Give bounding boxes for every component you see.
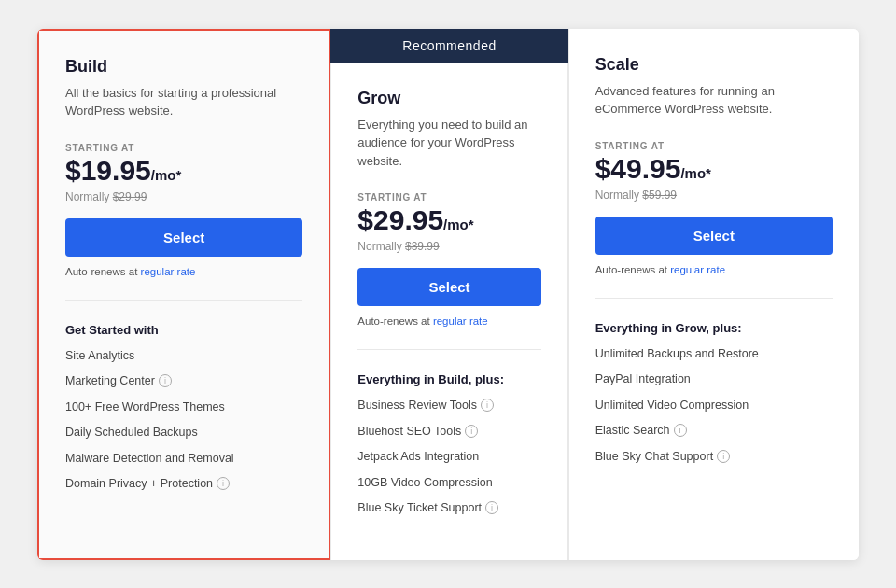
info-icon: i <box>159 374 172 387</box>
select-button-scale[interactable]: Select <box>595 217 833 255</box>
starting-at-grow: STARTING AT <box>357 192 540 203</box>
feature-grow-3: 10GB Video Compression <box>357 475 540 492</box>
auto-renew-grow: Auto-renews at regular rate <box>357 315 540 327</box>
pricing-wrapper: Build All the basics for starting a prof… <box>37 29 859 560</box>
info-icon: i <box>481 399 494 412</box>
plan-name-build: Build <box>65 57 302 77</box>
feature-scale-3: Elastic Search i <box>595 423 833 440</box>
regular-rate-link-scale[interactable]: regular rate <box>670 264 725 275</box>
feature-scale-2: Unlimited Video Compression <box>595 398 833 414</box>
feature-build-2: 100+ Free WordPress Themes <box>65 399 302 416</box>
feature-scale-0: Unlimited Backups and Restore <box>595 346 833 363</box>
plan-desc-scale: Advanced features for running an eCommer… <box>595 82 833 119</box>
plan-card-build: Build All the basics for starting a prof… <box>37 29 330 560</box>
feature-grow-1: Bluehost SEO Tools i <box>357 424 540 441</box>
starting-at-build: STARTING AT <box>65 143 302 153</box>
info-icon: i <box>217 477 230 490</box>
price-suffix-build: /mo* <box>151 167 182 183</box>
select-button-grow[interactable]: Select <box>357 268 540 306</box>
price-normal-build: Normally $29.99 <box>65 190 302 203</box>
plan-name-grow: Grow <box>357 89 540 108</box>
features-heading-grow: Everything in Build, plus: <box>357 372 540 386</box>
price-line-build: $19.95 /mo* <box>65 155 302 187</box>
recommended-badge: Recommended <box>330 29 567 63</box>
starting-at-scale: STARTING AT <box>595 141 833 151</box>
plan-card-scale: Scale Advanced features for running an e… <box>568 29 859 560</box>
price-suffix-grow: /mo* <box>443 217 474 232</box>
plan-wrapper-grow: Recommended Grow Everything you need to … <box>330 29 567 560</box>
plan-name-scale: Scale <box>595 55 833 75</box>
price-amount-scale: $49.95 <box>595 153 681 185</box>
plan-desc-grow: Everything you need to build an audience… <box>357 116 540 171</box>
info-icon: i <box>717 450 730 463</box>
price-suffix-scale: /mo* <box>680 165 711 181</box>
regular-rate-link-build[interactable]: regular rate <box>141 266 196 277</box>
info-icon: i <box>465 425 478 438</box>
feature-scale-1: PayPal Integration <box>595 371 833 388</box>
features-heading-scale: Everything in Grow, plus: <box>595 321 833 335</box>
select-button-build[interactable]: Select <box>65 218 302 257</box>
feature-grow-2: Jetpack Ads Integration <box>357 449 540 466</box>
feature-build-5: Domain Privacy + Protection i <box>65 476 302 493</box>
price-amount-build: $19.95 <box>65 155 151 187</box>
price-normal-scale: Normally $59.99 <box>595 189 833 202</box>
feature-grow-0: Business Review Tools i <box>357 398 540 414</box>
divider-grow <box>357 349 540 350</box>
feature-build-4: Malware Detection and Removal <box>65 451 302 468</box>
feature-build-1: Marketing Center i <box>65 373 302 390</box>
regular-rate-link-grow[interactable]: regular rate <box>433 315 488 327</box>
auto-renew-build: Auto-renews at regular rate <box>65 266 302 277</box>
plan-desc-build: All the basics for starting a profession… <box>65 84 302 120</box>
plan-card-grow: Grow Everything you need to build an aud… <box>330 63 567 560</box>
info-icon: i <box>674 424 687 437</box>
price-line-scale: $49.95 /mo* <box>595 153 833 185</box>
feature-scale-4: Blue Sky Chat Support i <box>595 449 833 466</box>
feature-grow-4: Blue Sky Ticket Support i <box>357 500 540 517</box>
info-icon: i <box>485 501 498 514</box>
features-heading-build: Get Started with <box>65 323 302 337</box>
divider-scale <box>595 298 833 299</box>
divider-build <box>65 300 302 301</box>
price-line-grow: $29.95 /mo* <box>357 204 540 236</box>
feature-build-3: Daily Scheduled Backups <box>65 425 302 441</box>
price-normal-grow: Normally $39.99 <box>357 240 540 253</box>
price-amount-grow: $29.95 <box>357 204 443 236</box>
feature-build-0: Site Analytics <box>65 348 302 365</box>
auto-renew-scale: Auto-renews at regular rate <box>595 264 833 275</box>
